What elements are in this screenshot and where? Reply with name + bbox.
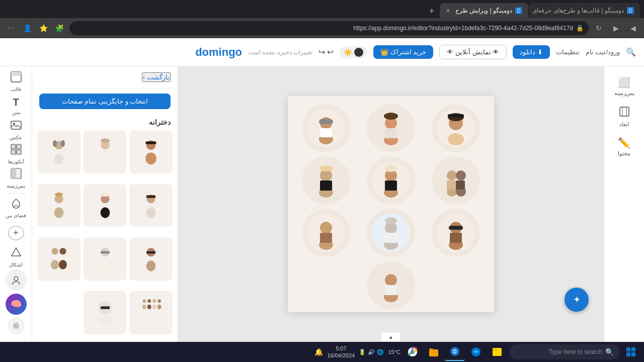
panel-item-1[interactable] [129,130,173,173]
svg-rect-107 [631,347,635,351]
panel-item-2[interactable] [84,130,127,173]
figure-9[interactable] [302,209,350,257]
iconbar-myspace[interactable]: فضای من [3,197,29,220]
toolbar-background[interactable]: ⬜ پس‌زمینه [608,72,640,101]
svg-rect-99 [11,150,16,154]
iconbar-template-label: قالب [11,86,21,92]
online-preview-button[interactable]: 👁 نمایش آنلاین 👁 [439,45,507,59]
favorites-icon[interactable]: ⭐ [36,21,50,35]
extensions-icon[interactable]: 🧩 [52,21,66,35]
login-button[interactable]: ورود/ثبت نام [586,48,620,56]
start-button[interactable] [622,343,640,361]
more-icon[interactable]: ⋯ [4,21,18,35]
figure-4[interactable] [432,156,480,205]
taskbar-app-files[interactable] [487,343,507,361]
svg-rect-97 [11,144,16,149]
header-search-icon[interactable]: 🔍 [626,47,636,57]
taskbar: 🔍 Type here to search D 15°C 🌐 [0,342,644,362]
figure-7[interactable] [432,209,480,257]
figure-1[interactable] [432,104,480,152]
iconbar-shapes[interactable]: اشکال [3,245,29,268]
toolbar-background-label: پس‌زمینه [614,90,634,97]
iconbar-text[interactable]: T متن [3,95,29,118]
replace-all-button[interactable]: انتخاب و جایگزینی تمام صفحات [39,94,171,109]
expand-canvas-button[interactable]: ▲ [381,332,401,342]
tab-2[interactable]: D دومینگو | ویرایش طرح ✕ [440,3,528,18]
panel-section-title: دخترانه [32,114,178,130]
iconbar-icons[interactable]: آیکون‌ها [3,143,29,166]
settings-button[interactable]: تنظیمات [556,48,580,56]
panel-item-8[interactable] [84,238,127,281]
taskbar-app-explorer[interactable] [424,343,444,361]
subscribe-button[interactable]: خرید اشتراک 👑 [373,45,433,59]
settings-tool-button[interactable] [8,318,24,334]
redo-button[interactable]: ↪ [318,47,325,57]
panel-item-4[interactable] [129,184,173,227]
toolbar-dimensions[interactable]: ابعاد [608,103,640,131]
new-tab-button[interactable]: + [425,4,439,18]
tab2-label: دومینگو | ویرایش طرح [455,7,512,14]
panel-item-6[interactable] [37,184,80,227]
background2-icon [11,168,22,182]
reload-button[interactable]: ↻ [592,21,606,35]
svg-point-70 [54,207,64,218]
svg-point-47 [320,222,332,234]
panel-header: بازگشت › [32,66,178,88]
icon-bar-bottom: 🧠 [6,269,27,338]
panel-item-10[interactable] [129,291,173,334]
svg-point-61 [53,140,57,146]
address-bar[interactable]: 🔒 https://app.domingo.ir/editor?industry… [69,21,589,35]
panel-item-7[interactable] [129,238,173,281]
add-element-button[interactable]: + [8,226,24,240]
iconbar-background[interactable]: پس‌زمینه [3,167,29,190]
taskbar-search-bar[interactable]: 🔍 Type here to search [509,344,620,359]
taskbar-right: 15°C 🌐 🔊 🔋 5:07 16/04/2024 🔔 [314,345,400,359]
panel-back-button[interactable]: بازگشت › [142,72,171,82]
ai-button[interactable]: 🧠 [6,294,27,315]
figure-6[interactable] [302,156,350,205]
taskbar-network-icon[interactable]: 🌐 [377,349,384,355]
tab1-label: دومینگو | قالب‌ها و طرح‌های حرفه‌ای [532,7,624,14]
taskbar-app-edge[interactable] [466,343,486,361]
taskbar-battery-icon[interactable]: 🔋 [359,349,366,355]
taskbar-clock[interactable]: 5:07 16/04/2024 [327,345,355,359]
iconbar-template[interactable]: قالب [3,70,29,94]
svg-point-68 [100,193,110,197]
ai-assistant-button[interactable]: ✦ [565,288,589,312]
chevron-left-icon: › [143,73,145,81]
profile-icon[interactable]: 👤 [20,21,34,35]
figure-10[interactable] [367,261,415,309]
toolbar-content[interactable]: ✏️ محتوا [608,133,640,161]
iconbar-photo[interactable]: عکس [3,119,29,142]
tab2-close[interactable]: ✕ [446,8,450,14]
toggle-circle [354,48,363,57]
panel-item-11[interactable] [84,291,127,334]
panel-item-3[interactable] [37,130,80,173]
svg-rect-33 [320,180,332,191]
taskbar-app-domingo[interactable]: D [445,343,465,361]
panel-item-5[interactable] [84,184,127,227]
icons-icon [11,144,22,157]
tab-1[interactable]: D دومینگو | قالب‌ها و طرح‌های حرفه‌ای ✕ [529,3,640,18]
taskbar-notification-icon[interactable]: 🔔 [314,348,323,356]
theme-toggle[interactable]: ☀️ [340,46,367,58]
figure-2[interactable] [367,104,415,152]
taskbar-volume-icon[interactable]: 🔊 [368,349,375,355]
figure-5[interactable] [367,156,415,205]
undo-button[interactable]: ↩ [327,47,334,57]
svg-rect-16 [320,128,332,137]
figure-8[interactable] [367,209,415,257]
svg-point-4 [448,133,464,145]
svg-point-79 [59,248,66,254]
svg-rect-52 [385,285,397,295]
profile-tool-button[interactable] [6,269,27,291]
taskbar-app-chrome[interactable] [403,343,423,361]
svg-rect-48 [320,233,332,243]
myspace-icon [11,198,22,211]
panel-item-9[interactable] [37,238,80,281]
back-button[interactable]: ◀ [626,21,640,35]
forward-button[interactable]: ▶ [609,21,623,35]
figure-3[interactable] [302,104,350,152]
iconbar-icons-label: آیکون‌ها [8,159,24,164]
download-button[interactable]: ⬇ دانلود [513,45,550,59]
